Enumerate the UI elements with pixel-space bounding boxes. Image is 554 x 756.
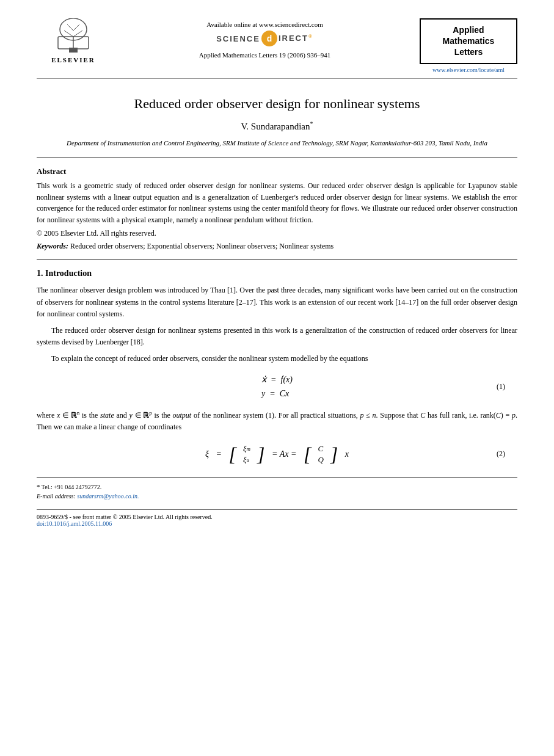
intro-para-1: The nonlinear observer design problem wa…: [37, 285, 517, 320]
keywords-values: Reduced order observers; Exponential obs…: [70, 242, 333, 250]
page: ELSEVIER Available online at www.science…: [0, 0, 554, 756]
header-center: Available online at www.sciencedirect.co…: [110, 18, 420, 59]
science-text: SCIENCE: [216, 34, 260, 43]
section-1: 1. Introduction The nonlinear observer d…: [37, 269, 517, 465]
tel-label: Tel.:: [42, 484, 54, 490]
abstract-label: Abstract: [37, 167, 517, 176]
equation-2-number: (2): [481, 449, 505, 459]
bracket-left-1: [: [229, 445, 236, 464]
matrix-CQ: C Q: [316, 443, 325, 465]
abstract-section: Abstract This work is a geometric study …: [37, 167, 517, 251]
equation-1-block: ẋ = f(x) y = Cx (1): [37, 373, 517, 402]
keywords-line: Keywords: Reduced order observers; Expon…: [37, 242, 517, 251]
doi-link[interactable]: doi:10.1016/j.aml.2005.11.006: [37, 520, 112, 527]
email-link[interactable]: sundarsrm@yahoo.co.in.: [77, 493, 139, 500]
sd-d-icon: d: [261, 31, 277, 46]
doi-line: doi:10.1016/j.aml.2005.11.006: [37, 520, 517, 527]
eq-line-1: ẋ = f(x): [261, 373, 293, 387]
journal-title: Applied Mathematics Letters: [427, 24, 510, 58]
header-divider: [37, 78, 517, 79]
svg-rect-0: [69, 48, 78, 53]
bottom-info: 0893-9659/$ - see front matter © 2005 El…: [37, 509, 517, 527]
sciencedirect-logo: SCIENCE d IRECT®: [110, 31, 420, 46]
eq-line-2: y = Cx: [261, 387, 293, 401]
svg-line-6: [67, 24, 73, 31]
header: ELSEVIER Available online at www.science…: [37, 18, 517, 73]
svg-line-4: [64, 31, 73, 37]
footnote: * Tel.: +91 044 24792772. E-mail address…: [37, 482, 517, 501]
section-1-title: 1. Introduction: [37, 269, 517, 278]
eq-system-1: ẋ = f(x) y = Cx: [261, 373, 293, 402]
intro-top-divider: [37, 260, 517, 260]
available-online-text: Available online at www.sciencedirect.co…: [110, 21, 420, 28]
intro-para-2: The reduced order observer design for no…: [37, 325, 517, 348]
elsevier-label: ELSEVIER: [51, 56, 95, 64]
elsevier-tree-icon: [46, 18, 101, 55]
journal-box-section: Applied Mathematics Letters www.elsevier…: [420, 18, 517, 73]
intro-para-4: where x ∈ ℝn is the state and y ∈ ℝp is …: [37, 409, 517, 433]
footer-divider: [37, 478, 517, 478]
intro-para-3: To explain the concept of reduced order …: [37, 353, 517, 365]
abstract-top-divider: [37, 158, 517, 158]
tel-number: +91 044 24792772.: [54, 484, 101, 490]
equation-2-block: ξ = [ ξm ξu ] = Ax = [ C Q ] x (: [37, 443, 517, 465]
equation-2-content: ξ = [ ξm ξu ] = Ax = [ C Q ] x: [73, 443, 481, 465]
equation-1-content: ẋ = f(x) y = Cx: [73, 373, 481, 402]
bracket-right-1: ]: [257, 445, 264, 464]
elsevier-logo: ELSEVIER: [37, 18, 110, 64]
footnote-star: *: [37, 483, 40, 490]
author-name: V. Sundarapandian*: [37, 120, 517, 132]
bracket-right-2: ]: [330, 445, 338, 464]
paper-title: Reduced order observer design for nonlin…: [37, 96, 517, 112]
journal-reference: Applied Mathematics Letters 19 (2006) 93…: [110, 51, 420, 59]
abstract-text: This work is a geometric study of reduce…: [37, 180, 517, 225]
journal-url-link[interactable]: www.elsevier.com/locate/aml: [420, 67, 517, 73]
keywords-label: Keywords:: [37, 242, 68, 250]
title-section: Reduced order observer design for nonlin…: [37, 96, 517, 148]
email-label: E-mail address:: [37, 493, 77, 500]
svg-line-7: [73, 24, 79, 31]
issn-line: 0893-9659/$ - see front matter © 2005 El…: [37, 514, 517, 520]
elsevier-logo-section: ELSEVIER: [37, 18, 110, 64]
affiliation: Department of Instrumentation and Contro…: [37, 138, 517, 148]
direct-text: IRECT®: [279, 34, 313, 43]
equation-1-number: (1): [481, 382, 505, 391]
copyright-text: © 2005 Elsevier Ltd. All rights reserved…: [37, 229, 517, 238]
matrix-xi: ξm ξu: [241, 443, 252, 465]
bracket-left-2: [: [304, 445, 311, 464]
journal-name-box: Applied Mathematics Letters: [420, 18, 517, 64]
svg-line-5: [73, 31, 82, 37]
